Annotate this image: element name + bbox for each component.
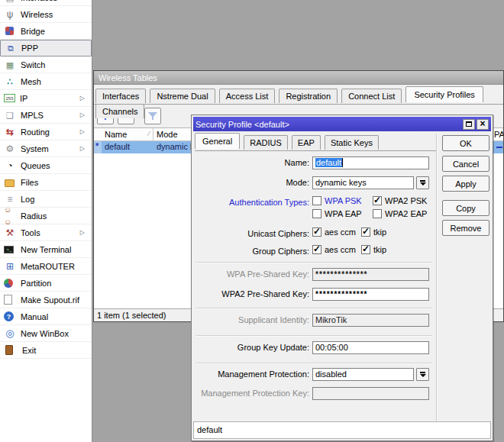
tab-general[interactable]: General: [195, 133, 240, 149]
wpa2-psk-label: WPA2 Pre-Shared Key:: [195, 289, 309, 298]
sidebar-item-switch[interactable]: ▦ Switch: [0, 56, 92, 73]
sidebar-item-label: Queues: [21, 161, 50, 170]
management-protection-dropdown-button[interactable]: [416, 368, 429, 381]
management-protection-key-input: [312, 387, 429, 400]
filter-button[interactable]: [144, 108, 161, 124]
sidebar-item-queues[interactable]: ◔ Queues: [0, 157, 92, 174]
tab-nstreme-dual[interactable]: Nstreme Dual: [150, 89, 215, 103]
sidebar-item-new-winbox[interactable]: ◎ New WinBox: [0, 325, 92, 342]
name-input[interactable]: default: [312, 156, 429, 169]
checkbox-label: WPA2 PSK: [385, 196, 427, 205]
flag-column-header: [94, 128, 102, 140]
sidebar-item-routing[interactable]: ⇆ Routing: [0, 124, 92, 140]
sidebar-item-label: Log: [21, 195, 34, 204]
ppp-icon: ⧉: [5, 42, 17, 54]
sidebar-item-label: System: [21, 144, 49, 153]
routing-icon: ⇆: [4, 126, 16, 138]
checkbox-label: tkip: [373, 227, 386, 237]
dialog-statusbar: default: [193, 421, 491, 439]
tab-channels[interactable]: Channels: [95, 104, 144, 118]
management-protection-label: Management Protection:: [195, 369, 309, 379]
content-button-divider: [436, 134, 438, 421]
ok-button[interactable]: OK: [442, 135, 489, 151]
maximize-button[interactable]: [463, 119, 475, 130]
sidebar-item-wireless[interactable]: ψ Wireless: [0, 6, 92, 23]
switch-icon: ▦: [4, 59, 16, 71]
separator: [195, 363, 432, 364]
name-column-header[interactable]: Name ∕: [102, 128, 153, 140]
management-protection-select[interactable]: disabled: [312, 368, 414, 381]
folder-icon: [5, 179, 15, 187]
unicast-ciphers-label: Unicast Ciphers:: [195, 229, 309, 238]
copy-button[interactable]: Copy: [442, 200, 489, 216]
sidebar-item-mesh[interactable]: ∴ Mesh: [0, 73, 92, 90]
sidebar-item-exit[interactable]: Exit: [0, 342, 92, 359]
tab-security-profiles[interactable]: Security Profiles: [405, 86, 483, 102]
tab-eap[interactable]: EAP: [292, 135, 321, 150]
globe-icon: ◎: [4, 327, 16, 340]
mode-dropdown-button[interactable]: [416, 176, 429, 189]
sidebar-item-ppp[interactable]: ⧉ PPP: [0, 40, 92, 56]
checkbox-label: WPA PSK: [325, 196, 362, 205]
checkbox-group-tkip[interactable]: [361, 245, 370, 254]
tab-connect-list[interactable]: Connect List: [341, 89, 402, 103]
wireless-icon: ψ: [4, 8, 16, 21]
sidebar-item-label: Switch: [21, 60, 45, 69]
remove-button[interactable]: Remove: [442, 220, 489, 236]
tab-registration[interactable]: Registration: [279, 89, 338, 103]
checkbox-wpa-psk[interactable]: [312, 196, 321, 205]
sidebar-item-label: Exit: [22, 346, 36, 355]
checkbox-group-aes-ccm[interactable]: [312, 245, 321, 254]
wpa-psk-label: WPA Pre-Shared Key:: [195, 269, 309, 279]
sidebar-item-mpls[interactable]: ❑ MPLS: [0, 107, 92, 124]
sidebar-item-tools[interactable]: ⚒ Tools: [0, 224, 92, 241]
checkbox-unicast-tkip[interactable]: [361, 227, 370, 237]
tab-static-keys[interactable]: Static Keys: [325, 135, 379, 150]
door-icon: [5, 345, 13, 355]
sidebar-item-label: IP: [20, 94, 27, 103]
sidebar-item-metarouter[interactable]: ⊞ MetaROUTER: [0, 258, 92, 275]
separator: [195, 262, 432, 263]
checkbox-wpa2-psk[interactable]: [373, 196, 382, 205]
tab-interfaces[interactable]: Interfaces: [95, 89, 146, 103]
dialog-tabstrip: General RADIUS EAP Static Keys: [195, 134, 436, 151]
management-protection-key-label: Management Protection Key:: [195, 389, 309, 398]
sidebar-item-bridge[interactable]: Bridge: [0, 23, 92, 40]
row-name-cell: default: [102, 141, 153, 153]
checkbox-unicast-aes-ccm[interactable]: [312, 227, 321, 237]
mode-select[interactable]: dynamic keys: [312, 176, 414, 189]
wpa2-psk-input[interactable]: **************: [312, 288, 429, 301]
checkbox-label: aes ccm: [325, 227, 356, 237]
sidebar-item-system[interactable]: ⚙ System: [0, 140, 92, 157]
apply-button[interactable]: Apply: [442, 176, 489, 192]
window-titlebar[interactable]: Wireless Tables: [94, 71, 503, 85]
cancel-button[interactable]: Cancel: [442, 156, 489, 172]
sidebar-item-new-terminal[interactable]: >_ New Terminal: [0, 241, 92, 258]
close-button[interactable]: ×: [477, 119, 489, 130]
checkbox-wpa-eap[interactable]: [312, 209, 321, 218]
sidebar-item-files[interactable]: Files: [0, 174, 92, 191]
sidebar-item-interfaces[interactable]: ▤ Interfaces: [0, 0, 92, 6]
sidebar-item-label: Make Supout.rif: [21, 295, 79, 305]
sidebar-item-label: Bridge: [21, 27, 45, 36]
sidebar-item-label: New WinBox: [21, 329, 69, 338]
tab-radius[interactable]: RADIUS: [244, 135, 288, 150]
sidebar-item-label: Radius: [21, 211, 47, 221]
tab-access-list[interactable]: Access List: [219, 89, 276, 103]
separator: [195, 335, 432, 337]
sidebar-item-partition[interactable]: Partition: [0, 275, 92, 292]
dialog-titlebar[interactable]: Security Profile <default> ×: [193, 117, 491, 131]
checkbox-label: aes ccm: [325, 245, 356, 254]
checkbox-label: WPA EAP: [325, 209, 362, 218]
sidebar-item-label: Wireless: [21, 10, 53, 19]
sidebar-item-ip[interactable]: 255 IP: [0, 90, 92, 107]
security-profile-dialog: Security Profile <default> × General RAD…: [191, 115, 493, 441]
sidebar-item-radius[interactable]: ☺☺ Radius: [0, 208, 92, 224]
sidebar: ▤ Interfaces ψ Wireless Bridge ⧉ PPP ▦ S…: [0, 0, 92, 442]
checkbox-wpa2-eap[interactable]: [373, 209, 382, 218]
sidebar-item-label: Interfaces: [21, 0, 57, 2]
sidebar-item-make-supout[interactable]: Make Supout.rif: [0, 292, 92, 308]
group-key-update-input[interactable]: 00:05:00: [312, 341, 429, 354]
gear-icon: ⚙: [4, 143, 16, 155]
sidebar-item-manual[interactable]: ? Manual: [0, 308, 92, 325]
